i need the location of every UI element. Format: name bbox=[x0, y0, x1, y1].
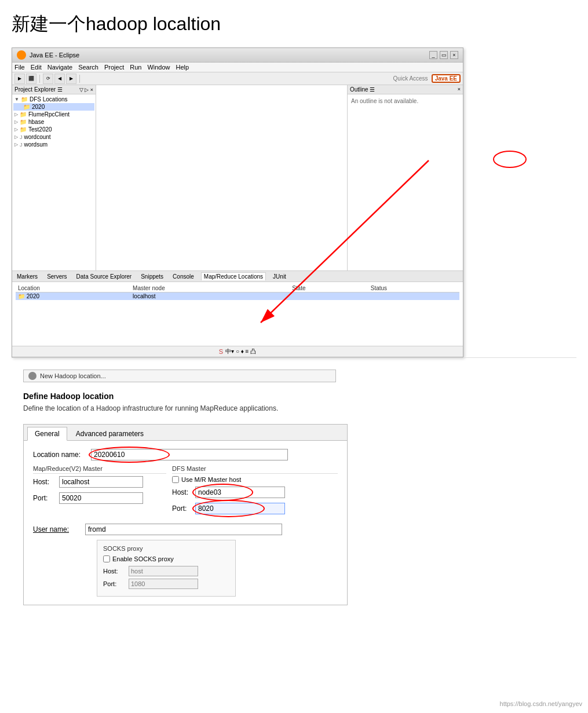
outline-header: Outline ☰ × bbox=[348, 85, 463, 94]
new-hadoop-icon bbox=[28, 372, 36, 380]
tree-label-test: Test2020 bbox=[28, 126, 52, 133]
menu-run[interactable]: Run bbox=[130, 64, 141, 71]
tab-servers[interactable]: Servers bbox=[45, 273, 69, 280]
eclipse-main-area: Outline ☰ × An outline is not available. bbox=[96, 85, 463, 270]
socks-proxy-section: SOCKS proxy Enable SOCKS proxy Host: Por… bbox=[97, 540, 236, 597]
toolbar-btn-3[interactable]: ⟳ bbox=[43, 74, 53, 84]
location-name-label: Location name: bbox=[33, 451, 91, 459]
mr-host-row: Host: bbox=[33, 476, 166, 488]
toolbar-sep-1 bbox=[39, 75, 40, 83]
eclipse-icon bbox=[17, 50, 26, 60]
toolbar-sep-2 bbox=[79, 75, 80, 83]
dialog-subtitle: Define the location of a Hadoop infrastr… bbox=[23, 404, 576, 412]
socks-title: SOCKS proxy bbox=[103, 545, 229, 552]
outline-controls: × bbox=[458, 86, 461, 92]
folder-icon-row: 📁 bbox=[18, 293, 27, 299]
file-icon-wc: J bbox=[20, 134, 23, 140]
tree-item-dfs[interactable]: ▼ 📁 DFS Locations bbox=[13, 96, 94, 103]
menu-file[interactable]: File bbox=[14, 64, 25, 71]
define-hadoop-section: Define Hadoop location Define the locati… bbox=[23, 392, 576, 412]
cell-location-value: 2020 bbox=[27, 293, 39, 299]
col-master: Master node bbox=[130, 284, 290, 292]
menu-edit[interactable]: Edit bbox=[31, 64, 42, 71]
two-column-section: Map/Reduce(V2) Master Host: Port: DFS Ma… bbox=[33, 465, 338, 519]
statusbar-icons: S bbox=[219, 348, 223, 355]
tab-mapreduce[interactable]: Map/Reduce Locations bbox=[201, 272, 266, 280]
tree-arrow-test: ▷ bbox=[14, 127, 18, 132]
menu-help[interactable]: Help bbox=[176, 64, 189, 71]
toolbar-btn-1[interactable]: ▶ bbox=[14, 74, 25, 84]
tree-item-wordcount[interactable]: ▷ J wordcount bbox=[13, 133, 94, 141]
dialog-section: New Hadoop location... Define Hadoop loc… bbox=[12, 370, 576, 605]
menu-project[interactable]: Project bbox=[104, 64, 124, 71]
socks-host-row: Host: bbox=[103, 566, 229, 576]
dialog-tabs: General Advanced parameters bbox=[24, 425, 347, 441]
eclipse-body: Project Explorer ☰ ▽ ▷ × ▼ 📁 DFS Locatio… bbox=[12, 85, 463, 270]
dfs-column: DFS Master Use M/R Master host Host: bbox=[172, 465, 338, 519]
socks-host-input[interactable] bbox=[129, 566, 198, 576]
tree-item-flume[interactable]: ▷ 📁 FlumeRpcClient bbox=[13, 111, 94, 118]
dfs-group-label: DFS Master bbox=[172, 465, 338, 474]
folder-icon-2020: 📁 bbox=[23, 104, 30, 110]
location-name-field-wrapper bbox=[91, 449, 288, 460]
use-mr-host-checkbox[interactable] bbox=[172, 476, 179, 483]
statusbar-text: 中▾ ○ ♦ ≡ 凸 bbox=[225, 348, 256, 356]
tab-console[interactable]: Console bbox=[170, 273, 196, 280]
tree-item-hbase[interactable]: ▷ 📁 hbase bbox=[13, 118, 94, 126]
dfs-port-label: Port: bbox=[172, 504, 195, 513]
toolbar-btn-5[interactable]: ▶ bbox=[66, 74, 76, 84]
tree-label-dfs: DFS Locations bbox=[30, 96, 68, 103]
username-label-text: User name: bbox=[33, 525, 69, 533]
mapreduce-column: Map/Reduce(V2) Master Host: Port: bbox=[33, 465, 166, 519]
tab-markers[interactable]: Markers bbox=[14, 273, 40, 280]
close-button[interactable]: × bbox=[450, 51, 458, 59]
sidebar-title: Project Explorer ☰ bbox=[14, 86, 63, 93]
watermark: https://blog.csdn.net/yangyev bbox=[500, 700, 582, 707]
tree-arrow-flume: ▷ bbox=[14, 112, 18, 117]
username-input[interactable] bbox=[85, 524, 282, 535]
mapreduce-table: Location Master node State Status 📁 2020… bbox=[16, 284, 459, 300]
dfs-port-wrapper bbox=[195, 503, 285, 514]
tree-label-wordsum: wordsum bbox=[24, 141, 48, 148]
java-ee-badge[interactable]: Java EE bbox=[432, 74, 461, 83]
outline-body: An outline is not available. bbox=[348, 94, 463, 108]
socks-port-row: Port: bbox=[103, 579, 229, 589]
tree-item-wordsum[interactable]: ▷ J wordsum bbox=[13, 141, 94, 148]
menu-window[interactable]: Window bbox=[147, 64, 170, 71]
toolbar-btn-4[interactable]: ◀ bbox=[54, 74, 65, 84]
menu-navigate[interactable]: Navigate bbox=[48, 64, 72, 71]
socks-enable-label: Enable SOCKS proxy bbox=[112, 555, 174, 562]
tab-general-label: General bbox=[35, 430, 60, 438]
tab-datasource[interactable]: Data Source Explorer bbox=[74, 273, 134, 280]
minimize-button[interactable]: _ bbox=[429, 51, 437, 59]
toolbar-btn-2[interactable]: ⬛ bbox=[26, 74, 36, 84]
titlebar-buttons: _ ▭ × bbox=[429, 51, 458, 59]
sidebar-header: Project Explorer ☰ ▽ ▷ × bbox=[12, 85, 96, 94]
tab-junit[interactable]: JUnit bbox=[271, 273, 288, 280]
table-row[interactable]: 📁 2020 localhost bbox=[16, 292, 459, 301]
eclipse-title: Java EE - Eclipse bbox=[30, 52, 79, 58]
dfs-port-input[interactable] bbox=[195, 503, 285, 514]
mr-host-input[interactable] bbox=[59, 476, 143, 488]
tab-snippets[interactable]: Snippets bbox=[138, 273, 166, 280]
svg-point-2 bbox=[494, 151, 526, 167]
folder-icon-dfs: 📁 bbox=[21, 96, 28, 103]
tree-item-2020[interactable]: 📁 2020 bbox=[13, 103, 94, 111]
mr-port-input[interactable] bbox=[59, 492, 143, 504]
dialog-header-bar: New Hadoop location... bbox=[23, 370, 336, 382]
tree-arrow-hbase: ▷ bbox=[14, 119, 18, 125]
location-name-input[interactable] bbox=[91, 449, 288, 460]
socks-enable-checkbox[interactable] bbox=[103, 555, 110, 562]
tab-advanced[interactable]: Advanced parameters bbox=[68, 427, 151, 440]
tree-label-wordcount: wordcount bbox=[24, 134, 51, 140]
restore-button[interactable]: ▭ bbox=[440, 51, 448, 59]
socks-port-input[interactable] bbox=[129, 579, 198, 589]
dfs-host-input[interactable] bbox=[195, 487, 285, 498]
menu-search[interactable]: Search bbox=[78, 64, 98, 71]
tab-general[interactable]: General bbox=[27, 427, 67, 441]
tree-item-test2020[interactable]: ▷ 📁 Test2020 bbox=[13, 126, 94, 133]
tree-arrow-dfs: ▼ bbox=[14, 97, 19, 102]
col-status: Status bbox=[368, 284, 459, 292]
tab-advanced-label: Advanced parameters bbox=[76, 430, 144, 438]
folder-icon-test: 📁 bbox=[20, 126, 27, 133]
